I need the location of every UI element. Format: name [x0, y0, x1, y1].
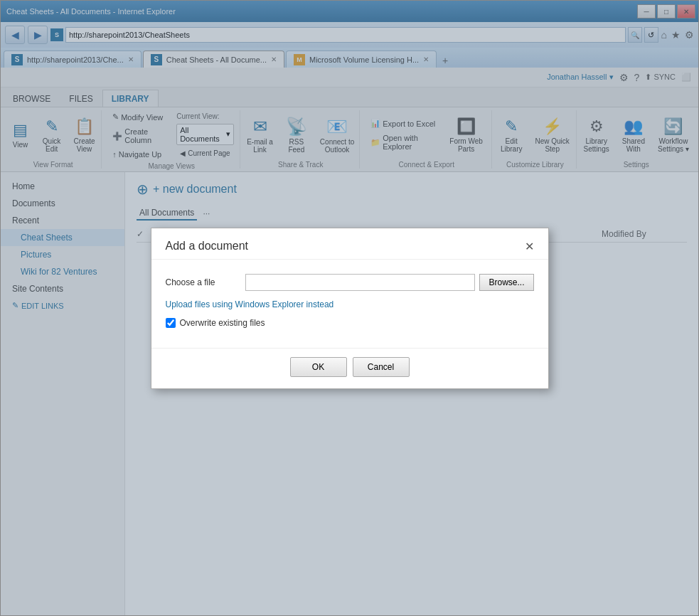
ok-button[interactable]: OK: [290, 357, 347, 377]
overwrite-row: Overwrite existing files: [166, 318, 534, 328]
overlay: Add a document ✕ Choose a file Browse...…: [1, 1, 698, 615]
dialog-header: Add a document ✕: [151, 228, 548, 260]
dialog-close-button[interactable]: ✕: [525, 240, 534, 253]
add-document-dialog: Add a document ✕ Choose a file Browse...…: [151, 228, 549, 389]
cancel-button[interactable]: Cancel: [353, 357, 410, 377]
browse-button[interactable]: Browse...: [479, 274, 533, 291]
file-field-label: Choose a file: [166, 277, 237, 287]
dialog-footer: OK Cancel: [151, 348, 548, 388]
overwrite-checkbox[interactable]: [166, 318, 176, 328]
file-field-input-group: Browse...: [245, 274, 534, 291]
upload-link[interactable]: Upload files using Windows Explorer inst…: [166, 299, 534, 309]
dialog-field-file: Choose a file Browse...: [166, 274, 534, 291]
dialog-body: Choose a file Browse... Upload files usi…: [151, 260, 548, 348]
overwrite-label: Overwrite existing files: [180, 318, 265, 328]
file-path-input[interactable]: [245, 274, 476, 291]
dialog-title: Add a document: [166, 240, 249, 253]
